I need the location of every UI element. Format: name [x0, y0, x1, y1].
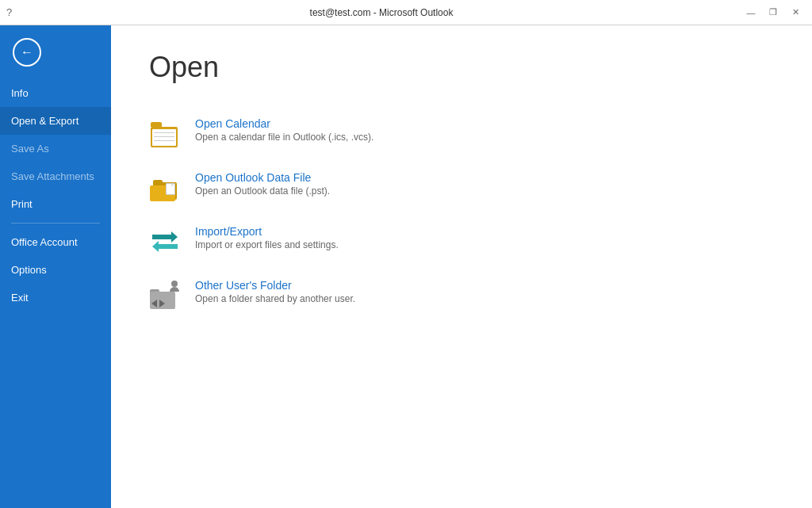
- app-body: ← Info Open & Export Save As Save Attach…: [0, 25, 812, 508]
- close-button[interactable]: ✕: [785, 5, 806, 21]
- window-controls: — ❐ ✕: [741, 5, 806, 21]
- sidebar-item-save-attachments[interactable]: Save Attachments: [0, 162, 111, 190]
- calendar-icon: [149, 117, 181, 149]
- maximize-button[interactable]: ❐: [763, 5, 783, 21]
- page-title: Open: [149, 51, 774, 84]
- back-icon: ←: [13, 38, 41, 67]
- open-calendar-title: Open Calendar: [195, 117, 373, 130]
- open-data-file-title: Open Outlook Data File: [195, 171, 330, 184]
- help-button[interactable]: ?: [6, 6, 22, 18]
- import-export-icon: [149, 225, 181, 257]
- sidebar-item-open-export[interactable]: Open & Export: [0, 107, 111, 135]
- open-calendar-desc: Open a calendar file in Outlook (.ics, .…: [195, 132, 373, 143]
- import-export-text: Import/Export Import or export files and…: [195, 225, 339, 250]
- sidebar-item-print[interactable]: Print: [0, 190, 111, 218]
- folder-copy-icon: [149, 171, 181, 203]
- open-data-file-desc: Open an Outlook data file (.pst).: [195, 185, 330, 197]
- open-calendar-text: Open Calendar Open a calendar file in Ou…: [195, 117, 373, 143]
- sidebar-item-options[interactable]: Options: [0, 256, 111, 284]
- other-users-folder-text: Other User's Folder Open a folder shared…: [195, 279, 355, 304]
- content-area: Open: [111, 25, 812, 508]
- sidebar-item-save-as[interactable]: Save As: [0, 135, 111, 162]
- action-other-users-folder[interactable]: Other User's Folder Open a folder shared…: [149, 268, 774, 322]
- shared-folder-icon: [149, 279, 181, 311]
- title-bar: ? test@test.com - Microsoft Outlook — ❐ …: [0, 0, 812, 25]
- back-button[interactable]: ←: [6, 32, 48, 73]
- open-data-file-text: Open Outlook Data File Open an Outlook d…: [195, 171, 330, 197]
- import-export-title: Import/Export: [195, 225, 339, 238]
- window-title: test@test.com - Microsoft Outlook: [22, 7, 741, 18]
- other-users-folder-desc: Open a folder shared by another user.: [195, 293, 355, 304]
- import-export-desc: Import or export files and settings.: [195, 239, 339, 250]
- minimize-button[interactable]: —: [741, 5, 761, 21]
- sidebar-divider: [11, 223, 100, 223]
- sidebar-nav: Info Open & Export Save As Save Attachme…: [0, 79, 111, 311]
- sidebar: ← Info Open & Export Save As Save Attach…: [0, 25, 111, 508]
- other-users-folder-title: Other User's Folder: [195, 279, 355, 292]
- action-import-export[interactable]: Import/Export Import or export files and…: [149, 214, 774, 268]
- sidebar-item-office-account[interactable]: Office Account: [0, 228, 111, 256]
- action-list: Open Calendar Open a calendar file in Ou…: [149, 106, 774, 322]
- action-open-data-file[interactable]: Open Outlook Data File Open an Outlook d…: [149, 160, 774, 214]
- action-open-calendar[interactable]: Open Calendar Open a calendar file in Ou…: [149, 106, 774, 160]
- sidebar-item-exit[interactable]: Exit: [0, 284, 111, 311]
- sidebar-item-info[interactable]: Info: [0, 79, 111, 107]
